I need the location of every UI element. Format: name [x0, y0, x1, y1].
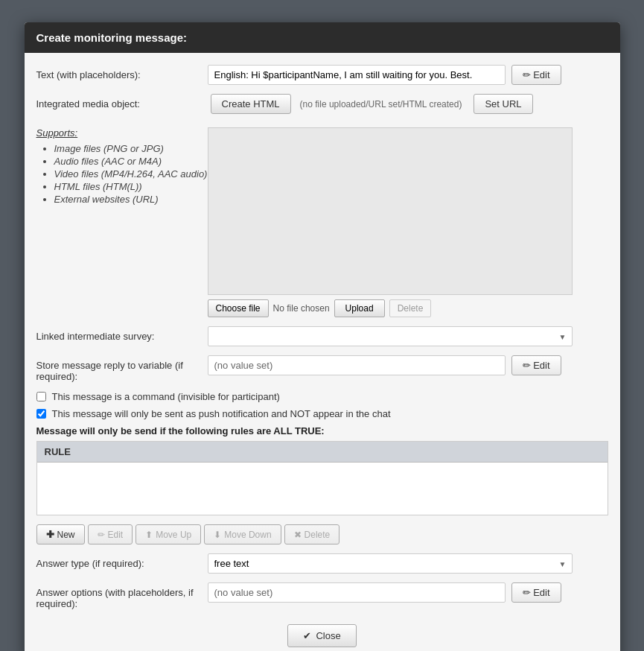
delete-toolbar-button[interactable]: ✖ Delete [284, 524, 340, 544]
pencil-icon: ✏ [523, 69, 531, 80]
answer-options-row: Answer options (with placeholders, if re… [36, 582, 608, 609]
list-item: Image files (PNG or JPG) [54, 143, 208, 154]
text-input[interactable] [208, 65, 506, 85]
survey-row: Linked intermediate survey: [36, 326, 608, 346]
text-edit-button[interactable]: ✏ Edit [511, 65, 561, 85]
media-control-area: Create HTML (no file uploaded/URL set/HT… [208, 94, 608, 118]
close-section: ✔ Close [36, 618, 608, 647]
set-url-button[interactable]: Set URL [474, 94, 532, 114]
move-down-button[interactable]: ⬇ Move Down [204, 524, 281, 544]
close-button[interactable]: ✔ Close [287, 624, 356, 647]
survey-select-wrapper [208, 326, 573, 346]
pencil-icon-4: ✏ [523, 587, 531, 598]
rules-toolbar: ✚ New ✏ Edit ⬆ Move Up ⬇ Move Down ✖ D [36, 524, 608, 544]
supports-media-row: Supports: Image files (PNG or JPG) Audio… [36, 127, 608, 317]
pencil-icon-3: ✏ [98, 530, 105, 540]
survey-select[interactable] [208, 326, 573, 346]
store-reply-control: (no value set) ✏ Edit [208, 355, 608, 375]
modal-header: Create monitoring message: [25, 22, 620, 53]
modal-title: Create monitoring message: [36, 31, 188, 44]
rules-header-label: Message will only be send if the followi… [36, 425, 608, 436]
checkmark-icon: ✔ [303, 630, 311, 641]
create-html-button[interactable]: Create HTML [211, 94, 291, 114]
text-row: Text (with placeholders): ✏ Edit [36, 65, 608, 85]
text-control-area: ✏ Edit [208, 65, 608, 85]
no-file-text: No file chosen [273, 303, 330, 314]
survey-label: Linked intermediate survey: [36, 326, 208, 342]
text-label: Text (with placeholders): [36, 65, 208, 80]
delete-file-button[interactable]: Delete [389, 299, 432, 317]
media-btn-row: Create HTML (no file uploaded/URL set/HT… [208, 94, 608, 114]
list-item: Audio files (AAC or M4A) [54, 156, 208, 167]
answer-type-label: Answer type (if required): [36, 553, 208, 569]
answer-type-select-wrapper: free text [208, 553, 573, 574]
list-item: HTML files (HTM(L)) [54, 181, 208, 192]
list-item: Video files (MP4/H.264, AAC audio) [54, 168, 208, 180]
rules-table-body [37, 463, 608, 515]
delete-icon: ✖ [294, 530, 302, 540]
checkbox1-input[interactable] [36, 392, 46, 401]
choose-file-button[interactable]: Choose file [208, 299, 269, 317]
media-preview-box [208, 127, 573, 295]
move-up-button[interactable]: ⬆ Move Up [136, 524, 201, 544]
modal-body: Text (with placeholders): ✏ Edit Integra… [25, 53, 620, 651]
media-row: Integrated media object: Create HTML (no… [36, 94, 608, 118]
supports-label: Supports: [36, 127, 208, 139]
modal-dialog: Create monitoring message: Text (with pl… [25, 22, 620, 651]
answer-options-label: Answer options (with placeholders, if re… [36, 582, 208, 609]
pencil-icon-2: ✏ [523, 360, 531, 371]
answer-type-select[interactable]: free text [208, 553, 573, 574]
rules-table-header: RULE [37, 442, 608, 463]
checkbox1-row: This message is a command (invisible for… [36, 391, 608, 402]
move-up-icon: ⬆ [145, 530, 153, 540]
modal-backdrop: Create monitoring message: Text (with pl… [0, 0, 644, 651]
plus-icon: ✚ [46, 529, 54, 540]
answer-options-control: (no value set) ✏ Edit [208, 582, 608, 603]
survey-control [208, 326, 608, 346]
answer-type-control: free text [208, 553, 608, 574]
store-reply-row: Store message reply to variable (if requ… [36, 355, 608, 382]
answer-type-row: Answer type (if required): free text [36, 553, 608, 574]
supports-section: Supports: Image files (PNG or JPG) Audio… [36, 127, 208, 206]
media-status: (no file uploaded/URL set/HTML created) [300, 99, 462, 109]
rules-section: Message will only be send if the followi… [36, 425, 608, 515]
checkbox2-row: This message will only be sent as push n… [36, 408, 608, 419]
media-preview-area: Choose file No file chosen Upload Delete [208, 127, 608, 317]
supports-list: Image files (PNG or JPG) Audio files (AA… [36, 143, 208, 205]
answer-options-value: (no value set) [208, 582, 506, 603]
checkbox1-label[interactable]: This message is a command (invisible for… [52, 391, 280, 402]
move-down-icon: ⬇ [214, 530, 221, 540]
checkbox2-label[interactable]: This message will only be sent as push n… [52, 408, 391, 419]
media-label: Integrated media object: [36, 94, 208, 109]
store-reply-value: (no value set) [208, 355, 506, 375]
file-row: Choose file No file chosen Upload Delete [208, 299, 608, 317]
upload-button[interactable]: Upload [334, 299, 385, 317]
answer-options-edit-button[interactable]: ✏ Edit [511, 582, 561, 603]
edit-toolbar-button[interactable]: ✏ Edit [88, 524, 133, 544]
list-item: External websites (URL) [54, 194, 208, 205]
checkbox2-input[interactable] [36, 409, 46, 419]
store-reply-label: Store message reply to variable (if requ… [36, 355, 208, 382]
rules-table: RULE [36, 441, 608, 515]
new-button[interactable]: ✚ New [36, 524, 85, 544]
store-reply-edit-button[interactable]: ✏ Edit [511, 355, 561, 375]
